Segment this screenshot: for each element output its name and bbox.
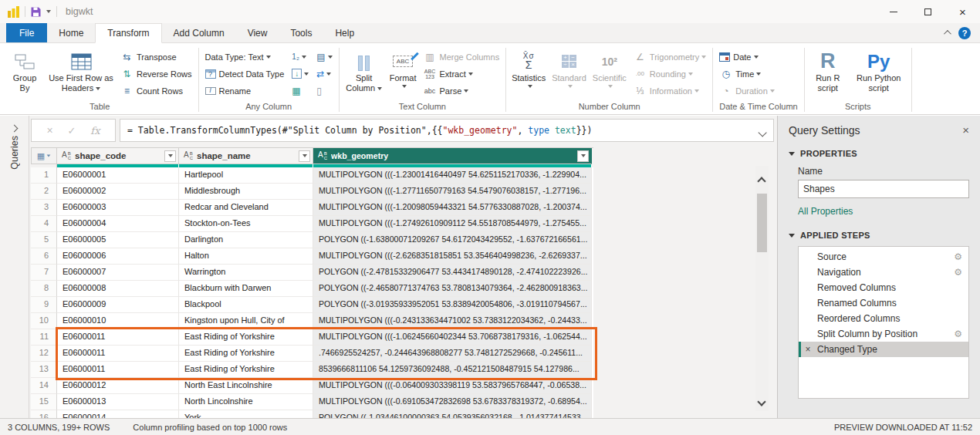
grid-cell[interactable]: MULTIPOLYGON (((-0.064009303398119 53.58… bbox=[313, 378, 592, 394]
profiling-info[interactable]: Column profiling based on top 1000 rows bbox=[117, 423, 287, 432]
transpose-button[interactable]: ⇆Transpose bbox=[120, 50, 192, 63]
row-number[interactable]: 12 bbox=[31, 346, 57, 362]
grid-cell[interactable]: North East Lincolnshire bbox=[179, 378, 313, 394]
cancel-formula-icon[interactable]: × bbox=[46, 124, 52, 137]
tab-help[interactable]: Help bbox=[323, 23, 366, 42]
row-number[interactable]: 1 bbox=[31, 167, 57, 184]
parse-button[interactable]: abcParse bbox=[424, 84, 500, 97]
delete-step-icon[interactable]: × bbox=[799, 344, 817, 355]
applied-steps-section-header[interactable]: APPLIED STEPS bbox=[789, 231, 969, 240]
query-name-input[interactable] bbox=[798, 180, 969, 198]
grid-cell[interactable]: Hartlepool bbox=[179, 167, 313, 184]
row-number[interactable]: 11 bbox=[31, 329, 57, 346]
column-header-wkb-geometry[interactable]: ABC wkb_geometry bbox=[313, 148, 592, 164]
table-row[interactable]: 12E06000011East Riding of Yorkshire.7466… bbox=[31, 346, 593, 362]
table-row[interactable]: 11E06000011East Riding of YorkshireMULTI… bbox=[31, 329, 593, 346]
grid-cell[interactable]: MULTIPOLYGON (((-1.06245660402344 53.706… bbox=[313, 329, 592, 346]
grid-cell[interactable]: Halton bbox=[179, 248, 313, 265]
close-panel-icon[interactable]: × bbox=[962, 123, 969, 137]
extract-button[interactable]: ABC123Extract bbox=[424, 67, 500, 80]
table-row[interactable]: 6E06000006HaltonMULTIPOLYGON (((-2.62683… bbox=[31, 248, 593, 265]
row-number[interactable]: 2 bbox=[31, 184, 57, 200]
table-row[interactable]: 14E06000012North East LincolnshireMULTIP… bbox=[31, 378, 593, 394]
row-number[interactable]: 3 bbox=[31, 200, 57, 216]
grid-cell[interactable]: East Riding of Yorkshire bbox=[179, 362, 313, 378]
applied-step[interactable]: Split Column by Position⚙ bbox=[799, 326, 968, 342]
reverse-rows-button[interactable]: ⇅Reverse Rows bbox=[120, 67, 192, 80]
applied-step[interactable]: Source⚙ bbox=[799, 249, 968, 265]
table-row[interactable]: 5E06000005DarlingtonPOLYGON ((-1.6380007… bbox=[31, 232, 593, 248]
grid-cell[interactable]: E06000005 bbox=[57, 232, 179, 248]
row-number[interactable]: 15 bbox=[31, 394, 57, 410]
grid-cell[interactable]: North Lincolnshire bbox=[179, 394, 313, 410]
group-by-button[interactable]: Group By bbox=[4, 47, 46, 93]
grid-cell[interactable]: POLYGON ((-1.03446100000363 54.053935603… bbox=[313, 410, 592, 418]
convert-to-list-button[interactable]: ▯ bbox=[316, 84, 332, 97]
pivot-column-button[interactable]: ▦ bbox=[292, 84, 309, 97]
row-number[interactable]: 9 bbox=[31, 297, 57, 313]
filter-dropdown-button[interactable] bbox=[577, 150, 589, 162]
grid-cell[interactable]: POLYGON ((-2.46580771374763 53.780813407… bbox=[313, 281, 592, 297]
grid-cell[interactable]: MULTIPOLYGON (((-0.243133634471002 53.73… bbox=[313, 313, 592, 329]
grid-cell[interactable]: E06000006 bbox=[57, 248, 179, 265]
grid-cell[interactable]: E06000013 bbox=[57, 394, 179, 410]
vertical-scrollbar[interactable] bbox=[755, 166, 769, 411]
filter-dropdown-button[interactable] bbox=[299, 150, 310, 162]
grid-cell[interactable]: Blackpool bbox=[179, 297, 313, 313]
row-number[interactable]: 6 bbox=[31, 248, 57, 265]
time-button[interactable]: ◷Time bbox=[719, 67, 775, 80]
grid-cell[interactable]: E06000009 bbox=[57, 297, 179, 313]
maximize-button[interactable] bbox=[911, 0, 945, 23]
table-row[interactable]: 13E06000011East Riding of Yorkshire85396… bbox=[31, 362, 593, 378]
minimize-button[interactable] bbox=[876, 0, 911, 23]
column-header-shape-code[interactable]: ABC shape_code bbox=[57, 148, 179, 164]
grid-cell[interactable]: Warrington bbox=[179, 265, 313, 281]
gear-icon[interactable]: ⚙ bbox=[954, 329, 968, 339]
row-number[interactable]: 10 bbox=[31, 313, 57, 329]
column-header-shape-name[interactable]: ABC shape_name bbox=[179, 148, 313, 164]
tab-file[interactable]: File bbox=[6, 23, 47, 42]
commit-formula-icon[interactable]: ✓ bbox=[68, 125, 76, 137]
applied-step[interactable]: Removed Columns bbox=[799, 280, 968, 295]
grid-cell[interactable]: E06000012 bbox=[57, 378, 179, 394]
use-first-row-as-headers-button[interactable]: Use First Row as Headers bbox=[46, 47, 117, 93]
tab-view[interactable]: View bbox=[236, 23, 279, 42]
grid-cell[interactable]: MULTIPOLYGON (((-0.691053472832698 53.67… bbox=[313, 394, 592, 410]
grid-cell[interactable]: E06000004 bbox=[57, 216, 179, 232]
grid-cell[interactable]: Middlesbrough bbox=[179, 184, 313, 200]
grid-cell[interactable]: Redcar and Cleveland bbox=[179, 200, 313, 216]
gear-icon[interactable]: ⚙ bbox=[954, 267, 968, 278]
applied-step[interactable]: Navigation⚙ bbox=[799, 265, 968, 280]
queries-pane-collapsed[interactable]: Queries bbox=[0, 116, 29, 418]
grid-cell[interactable]: POLYGON ((-2.47815332906477 53.443417489… bbox=[313, 265, 592, 281]
grid-cell[interactable]: E06000011 bbox=[57, 346, 179, 362]
unpivot-columns-button[interactable]: ▤ bbox=[316, 50, 332, 63]
grid-cell[interactable]: POLYGON ((-1.63800071209267 54.617204342… bbox=[313, 232, 592, 248]
row-number[interactable]: 14 bbox=[31, 378, 57, 394]
applied-step[interactable]: Renamed Columns bbox=[799, 295, 968, 311]
row-number[interactable]: 4 bbox=[31, 216, 57, 232]
expand-formula-icon[interactable] bbox=[758, 128, 766, 137]
tab-tools[interactable]: Tools bbox=[279, 23, 323, 42]
quick-access-dropdown-icon[interactable] bbox=[46, 10, 51, 13]
table-row[interactable]: 4E06000004Stockton-on-TeesMULTIPOLYGON (… bbox=[31, 216, 593, 232]
collapse-ribbon-icon[interactable] bbox=[944, 30, 951, 38]
grid-cell[interactable]: E06000003 bbox=[57, 200, 179, 216]
table-row[interactable]: 1E06000001HartlepoolMULTIPOLYGON (((-1.2… bbox=[31, 167, 593, 184]
grid-cell[interactable]: POLYGON ((-3.01935933952051 53.838942005… bbox=[313, 297, 592, 313]
grid-cell[interactable]: York bbox=[179, 410, 313, 418]
fill-button[interactable]: ↓ bbox=[292, 67, 309, 80]
tab-add-column[interactable]: Add Column bbox=[162, 23, 236, 42]
detect-data-type-button[interactable]: ?Detect Data Type bbox=[205, 67, 285, 80]
applied-step[interactable]: ×Changed Type bbox=[799, 342, 968, 357]
rename-button[interactable]: IRename bbox=[205, 84, 285, 97]
count-rows-button[interactable]: ≡Count Rows bbox=[120, 84, 192, 97]
all-properties-link[interactable]: All Properties bbox=[798, 206, 853, 217]
grid-cell[interactable]: Darlington bbox=[179, 232, 313, 248]
date-button[interactable]: Date bbox=[719, 50, 775, 63]
format-button[interactable]: ABC Format bbox=[387, 47, 420, 88]
table-row[interactable]: 15E06000013North LincolnshireMULTIPOLYGO… bbox=[31, 394, 593, 410]
tab-transform[interactable]: Transform bbox=[95, 23, 161, 43]
grid-cell[interactable]: Stockton-on-Tees bbox=[179, 216, 313, 232]
table-row[interactable]: 8E06000008Blackburn with DarwenPOLYGON (… bbox=[31, 281, 593, 297]
